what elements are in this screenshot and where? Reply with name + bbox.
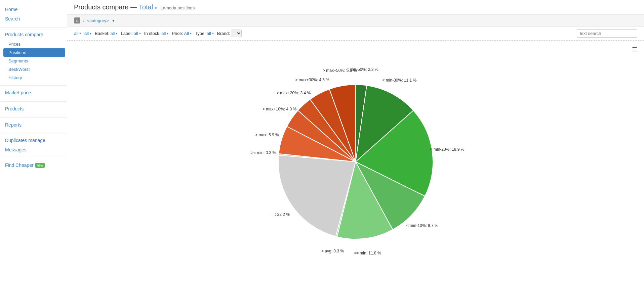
sidebar-products[interactable]: Products xyxy=(0,103,67,114)
sidebar-find-cheaper[interactable]: Find Cheaper xyxy=(5,162,34,168)
breadcrumb-separator: / xyxy=(83,18,84,23)
filter-all2-caret[interactable]: ▾ xyxy=(90,32,91,35)
total-caret[interactable]: ▾ xyxy=(155,6,157,10)
pie-segment-label: ==: 22.2 % xyxy=(270,212,290,217)
filter-all1-caret[interactable]: ▾ xyxy=(79,32,81,35)
sidebar-products-compare[interactable]: Products compare xyxy=(0,29,67,40)
price-label: Price: xyxy=(172,31,183,36)
text-search-input[interactable] xyxy=(577,29,637,38)
pie-segment-label: > max+10%: 4.0 % xyxy=(263,107,297,111)
pie-segment-label: <= min: 11.8 % xyxy=(354,251,381,255)
filters-bar: all ▾ all ▾ Basket: all ▾ Label: all ▾ I… xyxy=(67,27,644,41)
sidebar-market-price[interactable]: Market price xyxy=(0,87,67,98)
filter-brand-select[interactable] xyxy=(231,30,242,37)
chart-menu-icon[interactable]: ☰ xyxy=(632,46,637,53)
filter-price[interactable]: All xyxy=(184,31,189,36)
main-content: Products compare — Total ▾ Lamoda positi… xyxy=(67,0,644,284)
filter-instock-caret[interactable]: ▾ xyxy=(167,32,168,35)
filter-label-caret[interactable]: ▾ xyxy=(139,32,141,35)
sidebar-search[interactable]: Search xyxy=(0,14,67,23)
pie-chart-container: < min-50%: 2.3 %< min-30%: 11.1 %< min-2… xyxy=(238,58,473,267)
category-link[interactable]: <category> xyxy=(87,18,109,23)
sidebar: Home Search Products compare Prices Posi… xyxy=(0,0,67,284)
pie-segment-label: < min-20%: 18.9 % xyxy=(430,147,465,152)
sidebar-positions[interactable]: Positions xyxy=(3,48,65,57)
category-caret[interactable]: ▾ xyxy=(112,18,115,23)
brand-label: Brand: xyxy=(217,31,230,36)
pie-segment-label: < avg: 0.3 % xyxy=(321,249,344,253)
filter-all1[interactable]: all xyxy=(74,31,78,36)
pie-segment-label: < min-10%: 9.7 % xyxy=(406,223,438,228)
sidebar-reports[interactable]: Reports xyxy=(0,120,67,130)
breadcrumb: ⌂ / <category> ▾ xyxy=(67,15,644,27)
filter-basket[interactable]: all xyxy=(110,31,115,36)
subtitle: Lamoda positions xyxy=(160,5,195,10)
type-label: Type: xyxy=(195,31,206,36)
filter-label[interactable]: all xyxy=(134,31,138,36)
pie-segment-label: > max+50%: 5.5 % xyxy=(323,68,357,73)
pie-segment-label: > max: 5.9 % xyxy=(255,133,279,137)
basket-label: Basket: xyxy=(95,31,109,36)
sidebar-duplicates-manage[interactable]: Duplicates manage xyxy=(0,136,67,145)
chart-area: ☰ < min-50%: 2.3 %< min-30%: 11.1 %< min… xyxy=(67,41,644,284)
pie-segment-label: >= min: 0.3 % xyxy=(251,150,276,155)
filter-price-caret[interactable]: ▾ xyxy=(190,32,192,35)
sidebar-messages[interactable]: Messages xyxy=(0,145,67,154)
filter-basket-caret[interactable]: ▾ xyxy=(116,32,117,35)
sidebar-prices[interactable]: Prices xyxy=(2,40,67,48)
pie-segment-label: > max+20%: 3.4 % xyxy=(277,91,311,95)
filter-instock[interactable]: all xyxy=(161,31,166,36)
sidebar-history[interactable]: History xyxy=(2,74,67,82)
pie-segment-label: > max+30%: 4.5 % xyxy=(295,78,330,82)
label-label: Label: xyxy=(121,31,132,36)
page-title: Products compare — Total ▾ Lamoda positi… xyxy=(74,3,637,11)
home-icon[interactable]: ⌂ xyxy=(74,17,80,23)
filter-type-caret[interactable]: ▾ xyxy=(212,32,214,35)
instock-label: In stock: xyxy=(144,31,160,36)
total-link[interactable]: Total xyxy=(139,3,153,11)
filter-type[interactable]: all xyxy=(207,31,211,36)
sidebar-segments[interactable]: Segments xyxy=(2,57,67,65)
page-header: Products compare — Total ▾ Lamoda positi… xyxy=(67,0,644,15)
pie-chart-svg: < min-50%: 2.3 %< min-30%: 11.1 %< min-2… xyxy=(238,58,473,266)
sidebar-home[interactable]: Home xyxy=(0,5,67,14)
pie-segment-label: < min-30%: 11.1 % xyxy=(382,78,416,83)
sidebar-best-worst[interactable]: Best/Worst xyxy=(2,65,67,74)
filter-all2[interactable]: all xyxy=(84,31,89,36)
new-badge: new xyxy=(35,163,45,168)
